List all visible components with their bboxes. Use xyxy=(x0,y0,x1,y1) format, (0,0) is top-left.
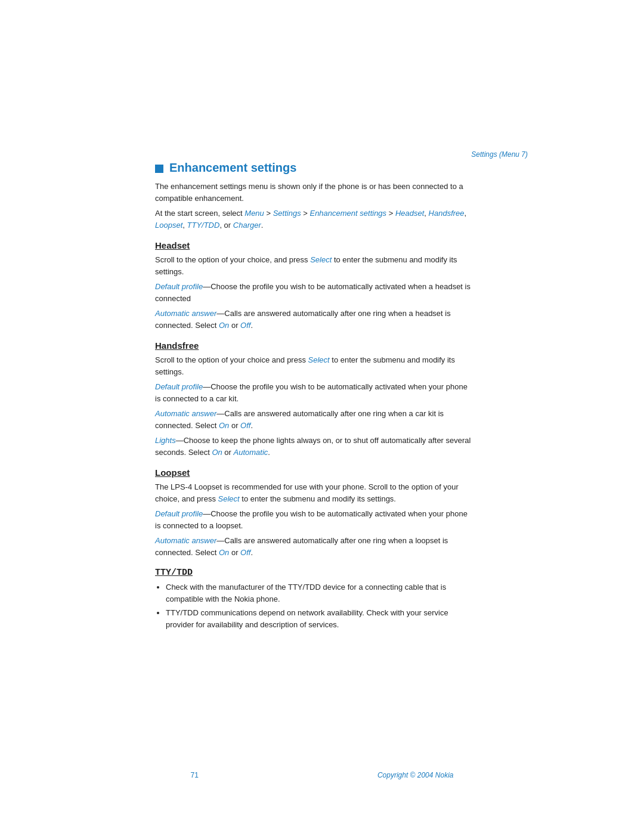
page-header: Settings (Menu 7) xyxy=(471,150,528,159)
page-number: 71 xyxy=(191,771,199,779)
page: Settings (Menu 7) Enhancement settings T… xyxy=(0,0,644,833)
headset-title: Headset xyxy=(155,240,471,250)
content-area: Enhancement settings The enhancement set… xyxy=(155,161,471,633)
handsfree-select-link: Select xyxy=(308,355,330,364)
headset-default-profile-link: Default profile xyxy=(155,282,203,291)
handsfree-lights: Lights—Choose to keep the phone lights a… xyxy=(155,435,471,458)
list-item: Check with the manufacturer of the TTY/T… xyxy=(166,581,471,605)
intro-para2: At the start screen, select Menu > Setti… xyxy=(155,208,471,231)
loopset-link: Loopset xyxy=(155,221,182,230)
page-footer: 71 Copyright © 2004 Nokia xyxy=(0,771,644,779)
loopset-default-profile: Default profile—Choose the profile you w… xyxy=(155,508,471,531)
handsfree-lights-on-link: On xyxy=(212,448,222,457)
handsfree-off-link: Off xyxy=(240,421,250,430)
handsfree-default-profile-link: Default profile xyxy=(155,382,203,391)
handsfree-title: Handsfree xyxy=(155,340,471,351)
charger-link: Charger xyxy=(233,221,261,230)
headset-on-link: On xyxy=(219,321,229,330)
handsfree-para1: Scroll to the option of your choice and … xyxy=(155,354,471,377)
headset-select-link: Select xyxy=(310,255,332,264)
settings-link: Settings xyxy=(273,209,301,218)
handsfree-on-link: On xyxy=(219,421,229,430)
blue-square-icon xyxy=(155,165,163,173)
handsfree-link: Handsfree xyxy=(429,209,465,218)
loopset-off-link: Off xyxy=(240,548,250,557)
loopset-default-profile-link: Default profile xyxy=(155,509,203,518)
handsfree-lights-link: Lights xyxy=(155,436,176,445)
loopset-title: Loopset xyxy=(155,467,471,478)
handsfree-default-profile: Default profile—Choose the profile you w… xyxy=(155,381,471,404)
headset-automatic-answer: Automatic answer—Calls are answered auto… xyxy=(155,308,471,331)
ttytdd-bullet-list: Check with the manufacturer of the TTY/T… xyxy=(166,581,471,630)
handsfree-automatic-link: Automatic xyxy=(234,448,268,457)
loopset-automatic-answer-link: Automatic answer xyxy=(155,536,216,545)
headset-para1: Scroll to the option of your choice, and… xyxy=(155,254,471,277)
enhancement-settings-title: Enhancement settings xyxy=(169,161,296,175)
ttytdd-link: TTY/TDD xyxy=(187,221,220,230)
headset-automatic-answer-link: Automatic answer xyxy=(155,309,216,318)
main-section-title: Enhancement settings xyxy=(155,161,471,175)
loopset-on-link: On xyxy=(219,548,229,557)
ttytdd-title: TTY/TDD xyxy=(155,568,471,578)
loopset-para1: The LPS-4 Loopset is recommended for use… xyxy=(155,481,471,504)
headset-default-profile: Default profile—Choose the profile you w… xyxy=(155,281,471,304)
headset-off-link: Off xyxy=(240,321,250,330)
list-item: TTY/TDD communications depend on network… xyxy=(166,607,471,630)
loopset-select-link: Select xyxy=(218,494,240,503)
handsfree-automatic-answer: Automatic answer—Calls are answered auto… xyxy=(155,408,471,431)
menu-link: Menu xyxy=(244,209,264,218)
intro-para1: The enhancement settings menu is shown o… xyxy=(155,181,471,204)
headset-link: Headset xyxy=(395,209,424,218)
copyright-text: Copyright © 2004 Nokia xyxy=(377,771,454,779)
enhancement-settings-link: Enhancement settings xyxy=(309,209,386,218)
loopset-automatic-answer: Automatic answer—Calls are answered auto… xyxy=(155,535,471,558)
handsfree-automatic-answer-link: Automatic answer xyxy=(155,409,216,418)
page-header-text: Settings (Menu 7) xyxy=(471,150,528,159)
